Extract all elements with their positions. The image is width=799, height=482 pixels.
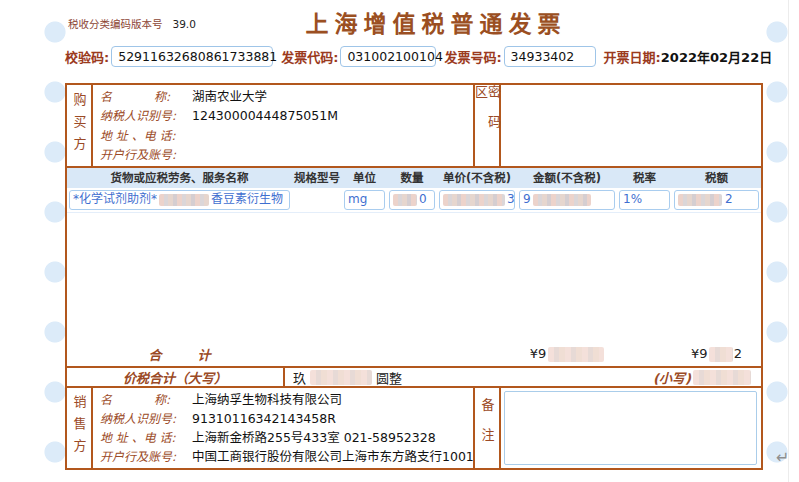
buyer-address-row: 地 址 、电 话: <box>100 126 473 145</box>
col-header-qty: 数量 <box>387 168 437 188</box>
buyer-bank-row: 开户行及账号: <box>100 145 473 164</box>
seller-address-label: 地 址 、电 话: <box>100 428 192 447</box>
seller-taxid-value: 91310116342143458R <box>192 411 336 426</box>
col-header-spec: 规格型号 <box>292 168 342 188</box>
item-name-input[interactable]: *化学试剂助剂*香豆素衍生物 <box>69 190 290 210</box>
seller-section: 销售方 名 称: 上海纳孚生物科技有限公司 纳税人识别号: 9131011634… <box>65 386 763 470</box>
seller-taxid-row: 纳税人识别号: 91310116342143458R <box>100 409 473 428</box>
col-header-unit: 单位 <box>342 168 387 188</box>
total-tax-prefix: ¥9 <box>691 346 708 361</box>
item-name-suffix: 香豆素衍生物 <box>211 192 283 206</box>
redaction-patch <box>548 347 604 362</box>
sum-small-label: (小写) <box>653 368 691 387</box>
invoice-verification-page: ↵ 税收分类编码版本号39.0 上海增值税普通发票 校验码: 529116326… <box>0 0 799 482</box>
buyer-taxid-row: 纳税人识别号: 12430000444875051M <box>100 106 473 125</box>
item-taxrate-input[interactable]: 1% <box>619 190 670 210</box>
buyer-name-label: 名 称: <box>100 87 192 106</box>
item-price-cell: 3 <box>437 190 517 210</box>
totals-row: 合 计 ¥9 ¥92 <box>67 342 761 366</box>
seller-address-value: 上海新金桥路255号433室 021-58952328 <box>192 430 436 445</box>
check-code-label: 校验码: <box>65 47 109 66</box>
item-taxrate-cell: 1% <box>617 190 672 210</box>
check-code-input[interactable]: 52911632680861733881 <box>111 46 273 67</box>
sum-capital-suffix: 圆整 <box>376 368 402 387</box>
seller-bank-label: 开户行及账号: <box>100 447 192 466</box>
item-unit-input[interactable]: mg <box>344 190 385 210</box>
buyer-name-value: 湖南农业大学 <box>192 89 267 104</box>
total-amount: ¥9 <box>517 346 617 362</box>
item-qty-visible: 0 <box>419 192 427 206</box>
invoice-date-label: 开票日期: <box>604 47 661 66</box>
redaction-patch <box>443 194 505 206</box>
buyer-address-label: 地 址 、电 话: <box>100 126 192 145</box>
invoice-body: 购买方 名 称: 湖南农业大学 纳税人识别号: 1243000044487505… <box>65 83 763 470</box>
password-zone-cell: 密码区 <box>475 85 501 166</box>
total-amount-visible: ¥9 <box>530 346 547 361</box>
items-table: 货物或应税劳务、服务名称 规格型号 单位 数量 单价(不含税) 金额(不含税) … <box>65 166 763 368</box>
sum-in-words-row: 价税合计（大写） 玖圆整 (小写) <box>65 366 763 388</box>
item-price-visible: 3 <box>507 192 515 206</box>
total-tax-suffix: 2 <box>734 346 742 361</box>
item-qty-input[interactable]: 0 <box>389 190 435 210</box>
col-header-taxamount: 税额 <box>672 168 761 188</box>
buyer-taxid-value: 12430000444875051M <box>192 108 338 123</box>
decor-dots-left <box>44 0 66 482</box>
sum-in-words-label: 价税合计（大写） <box>67 368 285 386</box>
seller-fields: 名 称: 上海纳孚生物科技有限公司 纳税人识别号: 91310116342143… <box>93 388 475 468</box>
seller-name-label: 名 称: <box>100 390 192 409</box>
remark-label: 备注 <box>481 398 494 458</box>
invoice-date-value: 2022年02月22日 <box>661 47 772 66</box>
redaction-patch <box>678 194 722 206</box>
item-unit-cell: mg <box>342 190 387 210</box>
redaction-patch <box>310 370 372 385</box>
invoice-code-label: 发票代码: <box>281 47 338 66</box>
password-zone-label: 密码区 <box>474 85 500 166</box>
remark-area <box>501 388 761 468</box>
item-price-input[interactable]: 3 <box>439 190 515 210</box>
redaction-patch <box>709 347 733 362</box>
buyer-party-cell: 购买方 <box>67 85 93 166</box>
buyer-bank-label: 开户行及账号: <box>100 145 192 164</box>
col-header-name: 货物或应税劳务、服务名称 <box>67 168 292 188</box>
seller-taxid-label: 纳税人识别号: <box>100 409 192 428</box>
password-zone-area <box>501 85 761 166</box>
item-qty-cell: 0 <box>387 190 437 210</box>
decor-dots-right <box>766 0 788 482</box>
sum-capital-char: 玖 <box>293 368 306 387</box>
item-taxamount-input[interactable]: 2 <box>674 190 759 210</box>
invoice-title: 上海增值税普通发票 <box>87 5 785 39</box>
redaction-patch <box>693 370 751 385</box>
buyer-section: 购买方 名 称: 湖南农业大学 纳税人识别号: 1243000044487505… <box>65 83 763 168</box>
items-header-row: 货物或应税劳务、服务名称 规格型号 单位 数量 单价(不含税) 金额(不含税) … <box>67 168 761 188</box>
item-amount-cell: 9 <box>517 190 617 210</box>
seller-bank-value: 中国工商银行股份有限公司上海市东方路支行10011 <box>192 449 473 464</box>
buyer-taxid-label: 纳税人识别号: <box>100 106 192 125</box>
remark-input[interactable] <box>504 391 757 465</box>
sum-in-words-value: 玖圆整 (小写) <box>285 368 761 387</box>
redaction-patch <box>159 194 209 206</box>
item-amount-visible: 9 <box>523 192 531 206</box>
invoice-number-label: 发票号码: <box>444 47 501 66</box>
totals-label: 合 计 <box>67 345 292 364</box>
col-header-amount: 金额(不含税) <box>517 168 617 188</box>
sum-small-text: (小写) <box>653 368 751 387</box>
seller-name-row: 名 称: 上海纳孚生物科技有限公司 <box>100 390 473 409</box>
col-header-price: 单价(不含税) <box>437 168 517 188</box>
remark-cell: 备注 <box>475 388 501 468</box>
invoice-number-input[interactable]: 34933402 <box>504 46 596 67</box>
items-empty-area <box>67 213 761 342</box>
seller-address-row: 地 址 、电 话: 上海新金桥路255号433室 021-58952328 <box>100 428 473 447</box>
invoice-code-input[interactable]: 031002100104 <box>340 46 436 67</box>
seller-party-cell: 销售方 <box>67 388 93 468</box>
buyer-fields: 名 称: 湖南农业大学 纳税人识别号: 12430000444875051M 地… <box>93 85 475 166</box>
seller-party-label: 销售方 <box>73 395 86 461</box>
item-amount-input[interactable]: 9 <box>519 190 615 210</box>
item-row: *化学试剂助剂*香豆素衍生物 mg 0 3 <box>67 188 761 213</box>
buyer-name-row: 名 称: 湖南农业大学 <box>100 87 473 106</box>
invoice-key-fields: 校验码: 52911632680861733881 发票代码: 03100210… <box>65 44 785 68</box>
return-arrow-icon[interactable]: ↵ <box>776 448 789 467</box>
redaction-patch <box>533 194 591 206</box>
sum-capital-text: 玖圆整 <box>293 368 402 387</box>
buyer-party-label: 购买方 <box>73 93 86 159</box>
page-edge-divider <box>788 0 789 482</box>
